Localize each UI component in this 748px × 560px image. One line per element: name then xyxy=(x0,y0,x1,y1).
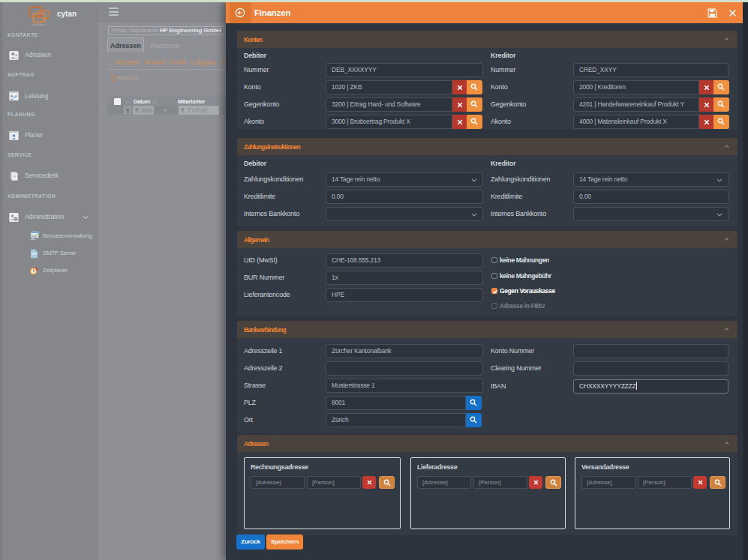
svg-text:SMTP: SMTP xyxy=(32,253,38,256)
